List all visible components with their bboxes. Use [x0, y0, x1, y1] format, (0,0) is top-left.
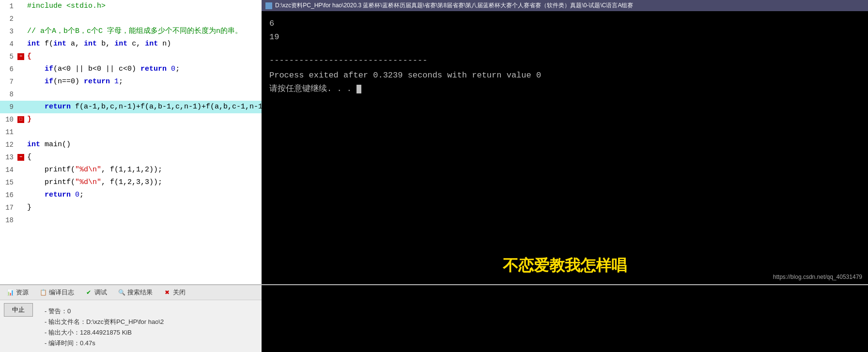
- code-content: 1#include <stdio.h>23// a个A，b个B，c个C 字母，能…: [0, 0, 262, 227]
- code-line-3: 3// a个A，b个B，c个C 字母，能组成多少个不同的长度为n的串。: [0, 25, 262, 38]
- terminal-panel: D:\xzc资料PC_HP\for hao\2020.3 蓝桥杯\蓝桥杯历届真题…: [262, 0, 868, 284]
- code-line-16: 16 return 0;: [0, 189, 262, 201]
- tab-icon: ✖: [163, 289, 171, 296]
- code-line-2: 2: [0, 13, 262, 25]
- code-line-5: 5−{: [0, 50, 262, 63]
- tab-label: 调试: [94, 288, 107, 297]
- code-line-10: 10□}: [0, 113, 262, 126]
- terminal-titlebar: D:\xzc资料PC_HP\for hao\2020.3 蓝桥杯\蓝桥杯历届真题…: [262, 0, 868, 11]
- line-code[interactable]: [25, 13, 262, 25]
- terminal-exit: Process exited after 0.3239 seconds with…: [269, 69, 860, 82]
- bottom-tabs: 📊资源📋编译日志✔调试🔍搜索结果✖关闭 中止 - 警告：0- 输出文件名：D:\…: [0, 285, 262, 352]
- terminal-output-line1: 6: [269, 17, 860, 31]
- tab-label: 搜索结果: [127, 288, 153, 297]
- line-marker: −: [17, 50, 25, 63]
- line-marker: [17, 126, 25, 138]
- terminal-body: 6 19 -------------------------------- Pr…: [262, 11, 868, 284]
- line-code[interactable]: if(a<0 || b<0 || c<0) return 0;: [25, 63, 262, 76]
- line-marker: [17, 214, 25, 227]
- tab-编译日志[interactable]: 📋编译日志: [35, 286, 78, 299]
- tab-label: 资源: [16, 288, 29, 297]
- line-marker: [17, 13, 25, 25]
- terminal-separator: --------------------------------: [269, 56, 860, 65]
- bottom-right-panel: [262, 285, 868, 352]
- code-line-11: 11: [0, 126, 262, 138]
- line-number: 9: [0, 101, 17, 113]
- line-code[interactable]: #include <stdio.h>: [25, 0, 262, 13]
- line-number: 8: [0, 88, 17, 101]
- tab-icon: 📋: [39, 289, 47, 296]
- line-number: 17: [0, 201, 17, 214]
- line-code[interactable]: [25, 88, 262, 101]
- main-area: 1#include <stdio.h>23// a个A，b个B，c个C 字母，能…: [0, 0, 868, 284]
- bottom-log: - 警告：0- 输出文件名：D:\xzc资料PC_HP\for hao\2- 输…: [39, 303, 258, 352]
- collapse-marker[interactable]: −: [17, 154, 24, 161]
- line-code[interactable]: int f(int a, int b, int c, int n): [25, 38, 262, 50]
- code-line-18: 18: [0, 214, 262, 227]
- line-number: 6: [0, 63, 17, 76]
- line-code[interactable]: return 0;: [25, 189, 262, 201]
- line-number: 4: [0, 38, 17, 50]
- tab-搜索结果[interactable]: 🔍搜索结果: [113, 286, 157, 299]
- terminal-press-key: 请按任意键继续. . .: [269, 82, 860, 96]
- line-number: 3: [0, 25, 17, 38]
- line-code[interactable]: printf("%d\n", f(1,1,1,2));: [25, 164, 262, 176]
- code-line-1: 1#include <stdio.h>: [0, 0, 262, 13]
- line-marker: −: [17, 151, 25, 164]
- line-marker: □: [17, 113, 25, 126]
- stop-button[interactable]: 中止: [4, 303, 33, 317]
- line-marker: [17, 25, 25, 38]
- tab-row: 📊资源📋编译日志✔调试🔍搜索结果✖关闭: [0, 285, 262, 300]
- line-marker: [17, 0, 25, 13]
- line-code[interactable]: // a个A，b个B，c个C 字母，能组成多少个不同的长度为n的串。: [25, 25, 262, 38]
- tab-label: 关闭: [173, 288, 186, 297]
- log-line: - 输出文件名：D:\xzc资料PC_HP\for hao\2: [45, 317, 252, 327]
- tab-icon: ✔: [85, 289, 93, 296]
- tab-label: 编译日志: [49, 288, 74, 297]
- line-marker: [17, 189, 25, 201]
- code-line-13: 13−{: [0, 151, 262, 164]
- line-code[interactable]: [25, 126, 262, 138]
- collapse-end-marker[interactable]: □: [17, 116, 24, 123]
- chinese-subtitle: 不恋爱教我怎样唱: [503, 255, 627, 276]
- line-code[interactable]: {: [25, 50, 262, 63]
- line-number: 5: [0, 50, 17, 63]
- line-code[interactable]: {: [25, 151, 262, 164]
- line-marker: [17, 88, 25, 101]
- code-line-6: 6 if(a<0 || b<0 || c<0) return 0;: [0, 63, 262, 76]
- line-code[interactable]: int main(): [25, 138, 262, 151]
- line-number: 7: [0, 76, 17, 88]
- tab-调试[interactable]: ✔调试: [80, 286, 111, 299]
- line-marker: [17, 201, 25, 214]
- line-number: 16: [0, 189, 17, 201]
- code-line-4: 4int f(int a, int b, int c, int n): [0, 38, 262, 50]
- tab-资源[interactable]: 📊资源: [2, 286, 33, 299]
- line-number: 1: [0, 0, 17, 13]
- code-line-14: 14 printf("%d\n", f(1,1,1,2));: [0, 164, 262, 176]
- line-code[interactable]: }: [25, 113, 262, 126]
- line-marker: [17, 38, 25, 50]
- line-number: 2: [0, 13, 17, 25]
- log-line: - 编译时间：0.47s: [45, 338, 252, 349]
- line-marker: [17, 176, 25, 189]
- collapse-marker[interactable]: −: [17, 53, 24, 60]
- log-line: - 警告：0: [45, 306, 252, 317]
- line-code[interactable]: }: [25, 201, 262, 214]
- line-code[interactable]: return f(a-1,b,c,n-1)+f(a,b-1,c,n-1)+f(a…: [25, 101, 262, 113]
- code-panel: 1#include <stdio.h>23// a个A，b个B，c个C 字母，能…: [0, 0, 262, 284]
- code-line-9: 9 return f(a-1,b,c,n-1)+f(a,b-1,c,n-1)+f…: [0, 101, 262, 113]
- log-line: - 输出大小：128.44921875 KiB: [45, 327, 252, 338]
- tab-关闭[interactable]: ✖关闭: [159, 286, 190, 299]
- line-code[interactable]: printf("%d\n", f(1,2,3,3));: [25, 176, 262, 189]
- code-line-8: 8: [0, 88, 262, 101]
- line-code[interactable]: [25, 214, 262, 227]
- terminal-cursor: [356, 85, 361, 93]
- line-number: 11: [0, 126, 17, 138]
- line-marker: [17, 63, 25, 76]
- line-number: 14: [0, 164, 17, 176]
- line-number: 12: [0, 138, 17, 151]
- line-number: 10: [0, 113, 17, 126]
- line-code[interactable]: if(n==0) return 1;: [25, 76, 262, 88]
- tab-icon: 🔍: [118, 289, 125, 296]
- line-marker: [17, 138, 25, 151]
